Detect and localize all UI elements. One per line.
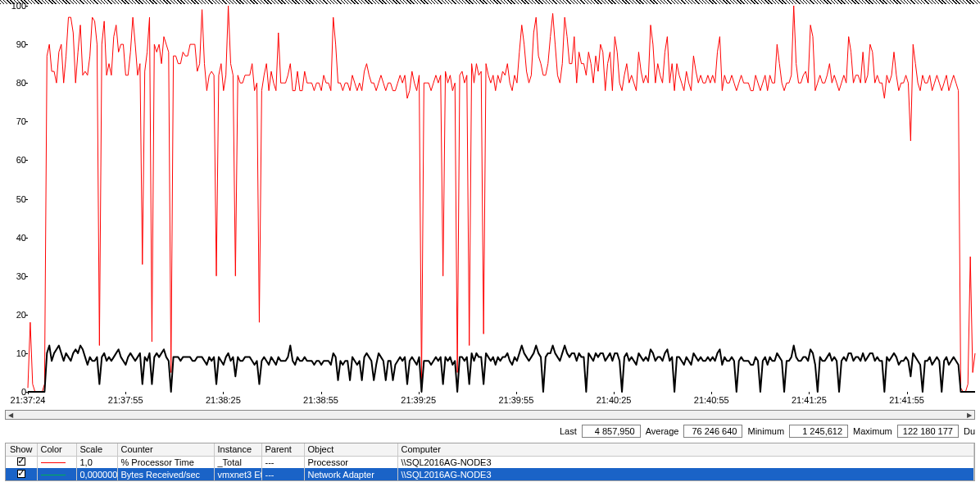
cell-computer: \\SQL2016AG-NODE3 bbox=[397, 456, 974, 468]
cell-computer: \\SQL2016AG-NODE3 bbox=[397, 468, 974, 480]
table-row[interactable]: 1,0% Processor Time_Total---Processor\\S… bbox=[6, 456, 974, 468]
header-show[interactable]: Show bbox=[6, 443, 37, 456]
cell-parent: --- bbox=[261, 456, 304, 468]
y-tick-label: 40 bbox=[3, 233, 26, 243]
min-value: 1 245,612 bbox=[789, 425, 848, 438]
cell-instance: _Total bbox=[214, 456, 261, 468]
dur-label: Du bbox=[962, 426, 977, 436]
chart-canvas bbox=[0, 4, 980, 412]
y-tick-label: 20 bbox=[3, 310, 26, 320]
perfmon-chart[interactable]: 010203040506070809010021:37:2421:37:5521… bbox=[0, 0, 980, 407]
grid-header-row[interactable]: Show Color Scale Counter Instance Parent… bbox=[6, 443, 974, 456]
avg-value: 76 246 640 bbox=[683, 425, 742, 438]
header-scale[interactable]: Scale bbox=[76, 443, 117, 456]
y-tick-label: 50 bbox=[3, 194, 26, 204]
time-scrollbar[interactable]: ◀ ▶ bbox=[5, 410, 975, 420]
cell-scale: 1,0 bbox=[76, 456, 117, 468]
x-tick-label: 21:37:24 bbox=[11, 395, 46, 405]
stats-bar: Last 4 857,950 Average 76 246 640 Minimu… bbox=[0, 423, 980, 439]
scroll-right-icon[interactable]: ▶ bbox=[964, 411, 974, 419]
header-object[interactable]: Object bbox=[304, 443, 397, 456]
x-tick-label: 21:41:55 bbox=[889, 395, 924, 405]
cell-object: Network Adapter bbox=[304, 468, 397, 480]
header-computer[interactable]: Computer bbox=[397, 443, 974, 456]
y-tick-label: 30 bbox=[3, 271, 26, 281]
cell-instance: vmxnet3 Et... bbox=[214, 468, 261, 480]
max-label: Maximum bbox=[851, 426, 894, 436]
y-tick-label: 100 bbox=[3, 1, 26, 11]
y-tick-label: 10 bbox=[3, 348, 26, 358]
counter-grid[interactable]: Show Color Scale Counter Instance Parent… bbox=[5, 443, 975, 481]
y-tick-label: 60 bbox=[3, 155, 26, 165]
last-label: Last bbox=[558, 426, 578, 436]
x-tick-label: 21:40:55 bbox=[694, 395, 729, 405]
header-counter[interactable]: Counter bbox=[117, 443, 214, 456]
scroll-left-icon[interactable]: ◀ bbox=[6, 411, 16, 419]
min-label: Minimum bbox=[746, 426, 786, 436]
y-tick-label: 70 bbox=[3, 116, 26, 126]
show-checkbox[interactable] bbox=[17, 470, 25, 478]
cell-parent: --- bbox=[261, 468, 304, 480]
cell-counter: Bytes Received/sec bbox=[117, 468, 214, 480]
y-tick-label: 90 bbox=[3, 39, 26, 49]
x-tick-label: 21:41:25 bbox=[792, 395, 827, 405]
max-value: 122 180 177 bbox=[897, 425, 959, 438]
table-row[interactable]: 0,0000001Bytes Received/secvmxnet3 Et...… bbox=[6, 468, 974, 480]
x-tick-label: 21:39:55 bbox=[498, 395, 533, 405]
header-instance[interactable]: Instance bbox=[214, 443, 261, 456]
color-swatch bbox=[41, 475, 66, 475]
avg-label: Average bbox=[644, 426, 681, 436]
header-color[interactable]: Color bbox=[37, 443, 76, 456]
color-swatch bbox=[41, 462, 66, 463]
header-parent[interactable]: Parent bbox=[261, 443, 304, 456]
show-checkbox[interactable] bbox=[17, 457, 25, 466]
x-tick-label: 21:40:25 bbox=[597, 395, 632, 405]
x-tick-label: 21:38:25 bbox=[206, 395, 241, 405]
last-value: 4 857,950 bbox=[582, 425, 641, 438]
x-tick-label: 21:39:25 bbox=[401, 395, 436, 405]
x-tick-label: 21:38:55 bbox=[303, 395, 338, 405]
cell-object: Processor bbox=[304, 456, 397, 468]
y-tick-label: 80 bbox=[3, 78, 26, 88]
x-tick-label: 21:37:55 bbox=[108, 395, 143, 405]
cell-scale: 0,0000001 bbox=[76, 468, 117, 480]
cell-counter: % Processor Time bbox=[117, 456, 214, 468]
